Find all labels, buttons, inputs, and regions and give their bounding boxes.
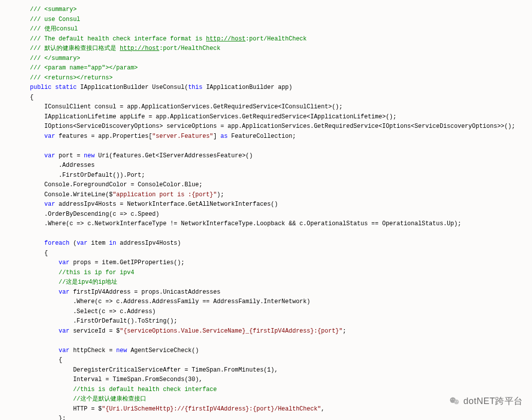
- code-token: );: [217, 191, 224, 198]
- code-token: //这个是默认健康检查接口: [73, 396, 146, 403]
- code-token: props = item.GetIPProperties();: [69, 259, 184, 266]
- code-token: this: [188, 84, 203, 91]
- code-token: /// </summary>: [30, 55, 80, 62]
- code-token: "server.Features": [152, 133, 213, 140]
- code-token: Console.ForegroundColor = ConsoleColor.B…: [30, 181, 203, 188]
- code-token: var: [59, 259, 70, 266]
- code-token: FeatureCollection;: [228, 133, 296, 140]
- code-token: addressIpv4Hosts = NetworkInterface.GetA…: [55, 201, 277, 208]
- code-token: static: [55, 84, 76, 91]
- code-token: new: [84, 152, 95, 159]
- code-token: [30, 133, 44, 140]
- code-token: /// <returns></returns>: [30, 74, 113, 81]
- code-token: IOptions<ServiceDiscoveryOptions> servic…: [30, 123, 515, 130]
- code-token: httpCheck =: [69, 347, 116, 354]
- code-token: [30, 328, 59, 335]
- code-token: };: [30, 415, 66, 420]
- code-token: public: [30, 84, 51, 91]
- code-token: /// <summary>: [30, 6, 77, 13]
- code-token: [30, 347, 59, 354]
- code-token: IConsulClient consul = app.ApplicationSe…: [30, 103, 343, 110]
- code-token: "application port is :{port}": [113, 191, 217, 198]
- code-token: {: [30, 357, 62, 364]
- code-token: {: [30, 250, 48, 257]
- code-token: [30, 240, 44, 247]
- code-token: item: [87, 240, 109, 247]
- code-token: IApplicationBuilder UseConsul(: [77, 84, 188, 91]
- code-token: //这是ipv4的ip地址: [59, 279, 118, 286]
- code-link[interactable]: http://host: [206, 35, 246, 42]
- code-token: [30, 396, 73, 403]
- code-token: /// <param name="app"></param>: [30, 64, 138, 71]
- code-token: :port/HealthCheck: [246, 35, 306, 42]
- code-token: .Select(c => c.Address): [30, 308, 156, 315]
- code-token: var: [59, 347, 70, 354]
- code-token: var: [44, 201, 55, 208]
- code-token: ]: [213, 133, 220, 140]
- code-token: Interval = TimeSpan.FromSeconds(30),: [30, 376, 203, 383]
- code-token: firstIpV4Address = props.UnicastAddresse…: [69, 289, 220, 296]
- code-token: [30, 386, 73, 393]
- code-token: .OrderByDescending(c => c.Speed): [30, 211, 159, 218]
- code-token: var: [44, 133, 55, 140]
- code-token: .Where(c => c.Address.AddressFamily == A…: [30, 298, 310, 305]
- code-token: .Addresses: [30, 162, 95, 169]
- code-token: var: [44, 152, 55, 159]
- code-token: in: [109, 240, 116, 247]
- code-token: as: [221, 133, 228, 140]
- code-token: :port/HealthCheck: [159, 45, 220, 52]
- code-token: HTTP = $: [30, 406, 102, 413]
- code-token: var: [59, 328, 70, 335]
- code-token: foreach: [44, 240, 69, 247]
- code-token: (: [69, 240, 76, 247]
- code-token: /// 默认的健康检查接口格式是: [30, 45, 120, 52]
- code-block: /// <summary> /// use Consul /// 使用consu…: [0, 0, 532, 420]
- code-token: //this is default health check interface: [73, 386, 217, 393]
- code-token: DeregisterCriticalServiceAfter = TimeSpa…: [30, 367, 278, 374]
- code-token: /// 使用consul: [30, 25, 78, 32]
- code-token: .FirstOrDefault()).Port;: [30, 172, 145, 179]
- code-token: .FirstOrDefault().ToString();: [30, 318, 177, 325]
- code-token: port =: [55, 152, 84, 159]
- code-token: IApplicationBuilder app): [203, 84, 292, 91]
- code-token: /// The default health check interface f…: [30, 35, 206, 42]
- code-token: serviceId = $: [69, 328, 120, 335]
- code-token: features = app.Properties[: [55, 133, 152, 140]
- code-token: [30, 259, 59, 266]
- code-token: [30, 152, 44, 159]
- code-token: [30, 279, 59, 286]
- code-link[interactable]: http://host: [120, 45, 159, 52]
- code-token: Uri(features.Get<IServerAddressesFeature…: [95, 152, 253, 159]
- code-token: Console.WriteLine($: [30, 191, 113, 198]
- code-token: //this is ip for ipv4: [59, 269, 134, 276]
- code-token: var: [59, 289, 70, 296]
- code-token: [30, 269, 59, 276]
- code-token: {: [30, 94, 33, 101]
- code-token: /// use Consul: [30, 16, 80, 23]
- code-token: "{serviceOptions.Value.ServiceName}_{fir…: [120, 328, 342, 335]
- code-token: addressIpv4Hosts): [116, 240, 181, 247]
- code-token: new: [116, 347, 127, 354]
- code-token: ;: [343, 328, 346, 335]
- code-token: IApplicationLifetime appLife = app.Appli…: [30, 113, 397, 120]
- code-token: [30, 201, 44, 208]
- code-token: ,: [321, 406, 324, 413]
- code-token: "{Uri.UriSchemeHttp}://{firstIpV4Address…: [102, 406, 321, 413]
- code-token: [30, 289, 59, 296]
- code-token: var: [77, 240, 88, 247]
- code-token: AgentServiceCheck(): [127, 347, 199, 354]
- code-token: .Where(c => c.NetworkInterfaceType != Ne…: [30, 220, 461, 227]
